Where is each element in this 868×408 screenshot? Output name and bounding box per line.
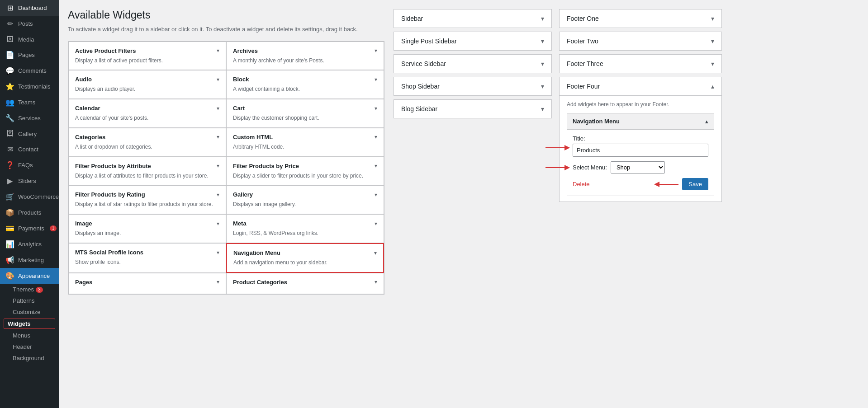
sidebar-area-footer-four: Footer Four ▴ Add widgets here to appear… bbox=[559, 77, 722, 202]
widget-active-product-filters[interactable]: Active Product Filters ▾ Display a list … bbox=[68, 42, 226, 70]
chevron-up-icon: ▴ bbox=[711, 83, 714, 90]
widget-gallery[interactable]: Gallery ▾ Displays an image gallery. bbox=[226, 185, 384, 214]
widget-audio[interactable]: Audio ▾ Displays an audio player. bbox=[68, 70, 226, 99]
woocommerce-icon: 🛒 bbox=[5, 192, 14, 201]
widget-toggle-icon[interactable]: ▾ bbox=[217, 163, 219, 169]
sliders-icon: ▶ bbox=[5, 177, 14, 185]
widget-toggle-icon[interactable]: ▾ bbox=[375, 47, 377, 54]
nav-menu-select-row: Select Menu: Shop Main Menu Footer Menu bbox=[573, 161, 708, 174]
widget-mts-social[interactable]: MTS Social Profile Icons ▾ Show profile … bbox=[68, 243, 226, 273]
nav-menu-title-input[interactable] bbox=[573, 144, 708, 157]
arrow-to-save bbox=[654, 180, 678, 189]
chevron-down-icon: ▾ bbox=[711, 15, 714, 22]
sidebar-area-footer-one: Footer One ▾ bbox=[559, 9, 722, 28]
widget-cart[interactable]: Cart ▾ Display the customer shopping car… bbox=[226, 99, 384, 128]
sidebar-sub-menus[interactable]: Menus bbox=[0, 330, 59, 341]
widget-toggle-icon[interactable]: ▾ bbox=[217, 192, 219, 198]
widget-toggle-icon[interactable]: ▾ bbox=[375, 220, 377, 227]
nav-menu-delete-link[interactable]: Delete bbox=[573, 181, 590, 188]
nav-menu-select[interactable]: Shop Main Menu Footer Menu bbox=[611, 161, 665, 174]
widget-toggle-icon[interactable]: ▾ bbox=[217, 134, 219, 140]
widget-meta[interactable]: Meta ▾ Login, RSS, & WordPress.org links… bbox=[226, 214, 384, 243]
sidebar-item-dashboard[interactable]: ⊞ Dashboard bbox=[0, 0, 59, 16]
sidebar-item-gallery[interactable]: 🖼 Gallery bbox=[0, 126, 59, 141]
sidebar-item-woocommerce[interactable]: 🛒 WooCommerce bbox=[0, 189, 59, 205]
sidebar-item-faqs[interactable]: ❓ FAQs bbox=[0, 157, 59, 173]
sidebar-item-payments[interactable]: 💳 Payments 1 bbox=[0, 220, 59, 236]
widget-toggle-icon[interactable]: ▾ bbox=[375, 192, 377, 198]
footer-four-hint: Add widgets here to appear in your Foote… bbox=[567, 101, 714, 108]
chevron-down-icon: ▾ bbox=[541, 38, 544, 45]
nav-menu-title-field-row: Title: bbox=[573, 135, 708, 157]
widget-toggle-icon[interactable]: ▾ bbox=[217, 105, 219, 112]
widget-toggle-icon[interactable]: ▾ bbox=[217, 220, 219, 227]
sidebar-item-analytics[interactable]: 📊 Analytics bbox=[0, 236, 59, 252]
sidebar-item-appearance[interactable]: 🎨 Appearance bbox=[0, 268, 59, 284]
chevron-down-icon: ▾ bbox=[711, 38, 714, 45]
widget-archives[interactable]: Archives ▾ A monthly archive of your sit… bbox=[226, 42, 384, 70]
nav-menu-actions: Delete Save bbox=[573, 178, 708, 190]
widget-custom-html[interactable]: Custom HTML ▾ Arbitrary HTML code. bbox=[226, 128, 384, 157]
page-title: Available Widgets bbox=[68, 9, 384, 21]
admin-sidebar: ⊞ Dashboard ✏ Posts 🖼 Media 📄 Pages 💬 Co… bbox=[0, 0, 59, 408]
widget-calendar[interactable]: Calendar ▾ A calendar of your site's pos… bbox=[68, 99, 226, 128]
chevron-down-icon: ▾ bbox=[541, 83, 544, 90]
sidebar-area-footer-three: Footer Three ▾ bbox=[559, 54, 722, 73]
pages-icon: 📄 bbox=[5, 51, 14, 59]
sidebar-area-single-post: Single Post Sidebar ▾ bbox=[394, 32, 552, 51]
sidebar-item-testimonials[interactable]: ⭐ Testimonials bbox=[0, 79, 59, 94]
widget-toggle-icon[interactable]: ▾ bbox=[375, 279, 377, 285]
widget-toggle-icon[interactable]: ▾ bbox=[375, 76, 377, 83]
sidebar-item-teams[interactable]: 👥 Teams bbox=[0, 94, 59, 110]
widget-image[interactable]: Image ▾ Displays an image. bbox=[68, 214, 226, 243]
widget-pages[interactable]: Pages ▾ bbox=[68, 273, 226, 294]
arrow-to-select bbox=[545, 163, 570, 172]
sidebar-area-sidebar: Sidebar ▾ bbox=[394, 9, 552, 28]
media-icon: 🖼 bbox=[5, 35, 14, 43]
widget-product-categories[interactable]: Product Categories ▾ bbox=[226, 273, 384, 294]
widgets-grid: Active Product Filters ▾ Display a list … bbox=[68, 41, 384, 295]
sidebar-area-shop: Shop Sidebar ▾ bbox=[394, 77, 552, 96]
teams-icon: 👥 bbox=[5, 98, 14, 107]
widget-toggle-icon[interactable]: ▾ bbox=[374, 250, 377, 256]
faqs-icon: ❓ bbox=[5, 161, 14, 169]
sidebar-item-marketing[interactable]: 📢 Marketing bbox=[0, 252, 59, 268]
sidebar-item-sliders[interactable]: ▶ Sliders bbox=[0, 173, 59, 189]
sidebar-sub-themes[interactable]: Themes3 bbox=[0, 284, 59, 295]
available-widgets-panel: Available Widgets To activate a widget d… bbox=[68, 9, 384, 399]
chevron-down-icon: ▾ bbox=[541, 105, 544, 113]
widget-toggle-icon[interactable]: ▾ bbox=[217, 47, 219, 54]
sidebar-item-contact[interactable]: ✉ Contact bbox=[0, 141, 59, 157]
sidebar-sub-patterns[interactable]: Patterns bbox=[0, 295, 59, 306]
far-right-sidebar-areas: Footer One ▾ Footer Two ▾ Footer Three ▾ bbox=[559, 9, 722, 399]
sidebar-sub-customize[interactable]: Customize bbox=[0, 306, 59, 318]
widget-block[interactable]: Block ▾ A widget containing a block. bbox=[226, 70, 384, 99]
widget-filter-products-price[interactable]: Filter Products by Price ▾ Display a sli… bbox=[226, 157, 384, 186]
arrow-to-title bbox=[545, 143, 570, 152]
sidebar-item-posts[interactable]: ✏ Posts bbox=[0, 16, 59, 32]
nav-menu-widget: Navigation Menu ▴ bbox=[567, 113, 714, 196]
widget-toggle-icon[interactable]: ▾ bbox=[217, 279, 219, 285]
nav-menu-save-button[interactable]: Save bbox=[682, 178, 708, 190]
sidebar-sub-header[interactable]: Header bbox=[0, 341, 59, 352]
center-sidebar-areas: Sidebar ▾ Single Post Sidebar ▾ Service … bbox=[394, 9, 552, 399]
sidebar-item-services[interactable]: 🔧 Services bbox=[0, 110, 59, 126]
widget-toggle-icon[interactable]: ▾ bbox=[217, 249, 219, 256]
sidebar-item-media[interactable]: 🖼 Media bbox=[0, 32, 59, 47]
widget-filter-products-attribute[interactable]: Filter Products by Attribute ▾ Display a… bbox=[68, 157, 226, 186]
page-description: To activate a widget drag it to a sideba… bbox=[68, 25, 384, 34]
widget-filter-products-rating[interactable]: Filter Products by Rating ▾ Display a li… bbox=[68, 185, 226, 214]
widget-navigation-menu[interactable]: Navigation Menu ▾ Add a navigation menu … bbox=[226, 243, 384, 273]
sidebar-item-products[interactable]: 📦 Products bbox=[0, 205, 59, 220]
widget-toggle-icon[interactable]: ▾ bbox=[375, 105, 377, 112]
sidebar-area-footer-two: Footer Two ▾ bbox=[559, 32, 722, 51]
widget-toggle-icon[interactable]: ▾ bbox=[217, 76, 219, 83]
sidebar-item-pages[interactable]: 📄 Pages bbox=[0, 47, 59, 63]
widget-toggle-icon[interactable]: ▾ bbox=[375, 134, 377, 140]
sidebar-item-comments[interactable]: 💬 Comments bbox=[0, 63, 59, 79]
widget-categories[interactable]: Categories ▾ A list or dropdown of categ… bbox=[68, 128, 226, 157]
widget-toggle-icon[interactable]: ▾ bbox=[375, 163, 377, 169]
posts-icon: ✏ bbox=[5, 19, 14, 28]
sidebar-sub-background[interactable]: Background bbox=[0, 352, 59, 364]
sidebar-sub-widgets[interactable]: Widgets bbox=[4, 319, 55, 329]
